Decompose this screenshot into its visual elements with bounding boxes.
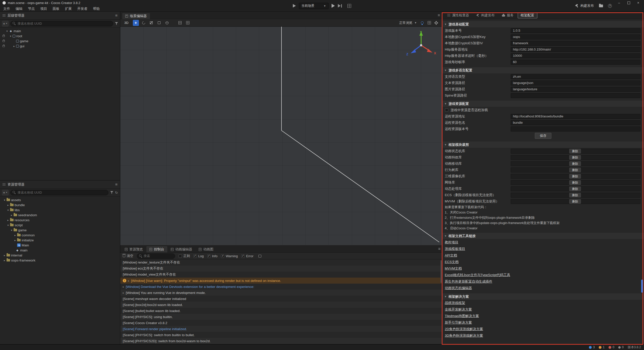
tab-asset-preview[interactable]: 资源预览	[122, 246, 146, 252]
delete-module-button[interactable]: 删除	[569, 199, 581, 204]
console-log-row[interactable]: ! ▸ [Scene] Forward render pipeline init…	[120, 326, 442, 332]
console-search-input[interactable]	[137, 253, 175, 259]
maximize-button[interactable]	[624, 0, 633, 6]
expand-arrow-icon[interactable]: ▾	[6, 224, 10, 227]
menu-item[interactable]: 开发者	[74, 6, 90, 12]
property-input[interactable]: http://192.168.0.150/main/	[511, 47, 640, 52]
asset-row[interactable]: TS Main	[0, 243, 120, 248]
create-node-button[interactable]: +▼	[2, 21, 9, 26]
property-input[interactable]: framework	[511, 41, 640, 46]
scene-viewport[interactable]: X Z Y	[120, 27, 442, 245]
property-input[interactable]: 1.0.5	[511, 28, 640, 33]
clear-console-button[interactable]: 清空	[123, 254, 133, 258]
view-mode-select[interactable]: 正常浏览 ▼	[399, 21, 417, 25]
rect-tool-button[interactable]	[156, 20, 162, 26]
create-asset-button[interactable]: +▼	[2, 190, 9, 195]
console-log-row[interactable]: ! ▸ [Window] render_texture文件夹不存在	[120, 259, 442, 266]
console-log-row[interactable]: ! ▸ [Scene] [PHYSICS]: switch from built…	[120, 332, 442, 338]
asset-row[interactable]: ▸ internal	[0, 253, 120, 258]
layout-grid-icon[interactable]	[347, 4, 351, 8]
lock-icon[interactable]	[3, 35, 5, 37]
expand-arrow-icon[interactable]: ▸	[123, 285, 124, 288]
asset-row[interactable]: ▾ game	[0, 228, 120, 233]
asset-row[interactable]: ▸ bundle	[0, 202, 120, 207]
gear-icon[interactable]	[435, 22, 437, 24]
play-button[interactable]	[332, 4, 335, 8]
checkbox-icon[interactable]	[221, 254, 224, 258]
property-input[interactable]: 60	[511, 60, 640, 65]
section-doc-links[interactable]: ▼ 框架文档工具链接	[442, 233, 644, 239]
menu-item[interactable]: 文件	[1, 6, 13, 12]
refresh-icon[interactable]: ↻	[115, 191, 118, 194]
solution-link[interactable]: 2D角色扮演游戏解决方案	[442, 326, 644, 332]
overlay-grid-icon[interactable]	[428, 21, 431, 24]
section-solutions[interactable]: ▼ 框架解决方案	[442, 293, 644, 300]
scene-panel-menu-icon[interactable]: ≡	[438, 13, 440, 17]
menu-item[interactable]: 帮助	[90, 6, 103, 12]
delete-module-button[interactable]: 删除	[569, 174, 581, 179]
console-log-row[interactable]: ! ▸ [Scene] [PHYSICS]: using builtin.	[120, 314, 442, 320]
property-input[interactable]	[511, 93, 640, 98]
assets-search-input[interactable]	[10, 190, 108, 195]
console-log-row[interactable]: ! ▸ [Window] Download the Vue Devtools e…	[120, 284, 442, 290]
filter-icon[interactable]	[110, 191, 113, 194]
console-log-row[interactable]: ! ▸ [Scene] [PHYSICS2D]: switch from box…	[120, 338, 442, 344]
asset-row[interactable]: ▸ seedrandom	[0, 212, 120, 217]
doc-link[interactable]: 原生包热更新配置自动生成插件	[442, 278, 644, 285]
console-log-row[interactable]: ! ▸ [Window] ecs文件夹不存在	[120, 266, 442, 272]
checkbox-icon[interactable]	[207, 254, 211, 258]
collapse-logs-icon[interactable]	[258, 255, 261, 257]
property-input[interactable]: zh,en	[511, 74, 640, 79]
close-button[interactable]: ×	[633, 0, 643, 6]
menu-item[interactable]: 面板	[50, 6, 62, 12]
console-log-row[interactable]: ! ▸ [Window] You are running Vue in deve…	[120, 290, 442, 296]
expand-arrow-icon[interactable]: ▸	[13, 234, 17, 237]
asset-row[interactable]: ▾ libs	[0, 207, 120, 212]
section-language-config[interactable]: ▼ 游戏多语言配置	[442, 67, 644, 73]
property-input[interactable]: 10000	[511, 53, 640, 58]
doc-link[interactable]: MVVM文档	[442, 265, 644, 272]
expand-arrow-icon[interactable]: ▾	[5, 30, 9, 32]
right-panel-scrollbar[interactable]	[641, 280, 643, 293]
snap-settings-button[interactable]	[185, 20, 191, 26]
console-log-row[interactable]: ! ▸ [Scene] meshopt wasm decoder initial…	[120, 296, 442, 302]
tab-scene-editor[interactable]: 场景编辑器	[122, 13, 150, 19]
expand-arrow-icon[interactable]: ▸	[6, 204, 10, 206]
asset-row[interactable]: ◆ main	[0, 248, 120, 253]
asset-row[interactable]: ▸ common	[0, 233, 120, 238]
asset-row[interactable]: ▾ script	[0, 223, 120, 228]
doc-link[interactable]: 教程项目	[442, 239, 644, 246]
lock-icon[interactable]	[3, 45, 5, 47]
section-game-base-config[interactable]: ▼ 游戏基础配置	[442, 21, 644, 27]
info-count[interactable]: 3	[589, 345, 595, 349]
tab-service[interactable]: 服务	[499, 12, 517, 18]
mode-3d-toggle[interactable]: 3D	[123, 21, 130, 25]
lock-icon[interactable]	[3, 40, 5, 42]
rotate-tool-button[interactable]	[141, 20, 147, 26]
delete-module-button[interactable]: 删除	[569, 155, 581, 160]
assets-menu-icon[interactable]: ≡	[115, 183, 117, 187]
expand-arrow-icon[interactable]: ▾	[9, 35, 13, 37]
notification-count[interactable]: 0	[618, 345, 624, 349]
property-input[interactable]: oops	[511, 34, 640, 39]
warning-count[interactable]: 1	[599, 345, 605, 349]
menu-item[interactable]: 项目	[37, 6, 50, 12]
doc-link[interactable]: ECS文档	[442, 259, 644, 265]
asset-row[interactable]: ▸ initialize	[0, 238, 120, 243]
delete-module-button[interactable]: 删除	[569, 161, 581, 166]
delete-module-button[interactable]: 删除	[569, 180, 581, 185]
property-input[interactable]: http://localhost:8083/assets/bundle	[511, 114, 640, 119]
solution-link[interactable]: 新手引导解决方案	[442, 319, 644, 326]
view-gizmo[interactable]: X Z Y	[402, 29, 440, 64]
menu-item[interactable]: 编辑	[13, 6, 25, 12]
checkbox-icon[interactable]	[193, 254, 197, 258]
error-count[interactable]: 0	[609, 345, 614, 349]
world-space-toggle[interactable]	[164, 20, 170, 26]
section-resource-config[interactable]: ▼ 游戏资源配置	[442, 101, 644, 107]
menu-item[interactable]: 扩展	[62, 6, 74, 12]
property-input[interactable]	[511, 126, 640, 132]
tab-build-publish[interactable]: 构建发布	[473, 12, 498, 18]
expand-arrow-icon[interactable]: ▸	[3, 259, 7, 262]
console-filter-toggle[interactable]: Log	[193, 254, 204, 258]
tab-animation-editor[interactable]: 动画编辑器	[168, 246, 195, 252]
